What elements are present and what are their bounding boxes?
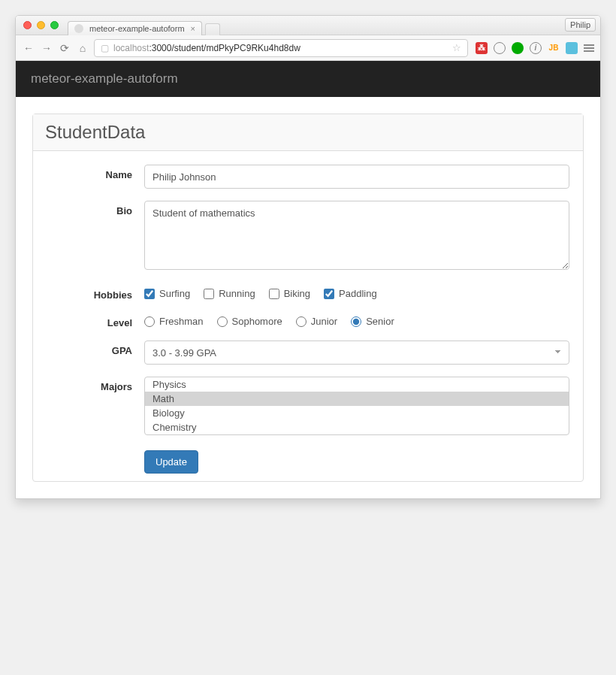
hobby-option[interactable]: Biking xyxy=(269,288,310,299)
maximize-window-icon[interactable] xyxy=(50,21,59,29)
tab-title: meteor-example-autoform xyxy=(89,24,185,33)
major-option[interactable]: Physics xyxy=(145,377,569,392)
app-navbar: meteor-example-autoform xyxy=(16,61,600,97)
menu-icon[interactable] xyxy=(584,43,594,53)
bio-label: Bio xyxy=(47,201,144,216)
hobby-option[interactable]: Surfing xyxy=(144,288,190,299)
hobbies-row: Hobbies SurfingRunningBikingPaddling xyxy=(47,285,569,301)
url-path: :3000/student/mdPkyPC9RKu4hd8dw xyxy=(149,43,300,53)
hobby-label: Paddling xyxy=(339,288,377,299)
navbar-brand[interactable]: meteor-example-autoform xyxy=(31,71,178,86)
level-option[interactable]: Senior xyxy=(351,316,394,327)
extension-icon[interactable] xyxy=(566,42,578,54)
level-radio[interactable] xyxy=(296,316,306,327)
home-button[interactable]: ⌂ xyxy=(76,42,89,54)
close-tab-icon[interactable]: × xyxy=(191,24,195,33)
hobbies-group: SurfingRunningBikingPaddling xyxy=(144,285,569,299)
extension-icon[interactable]: ⁂ xyxy=(476,42,488,54)
name-row: Name xyxy=(47,165,569,189)
gpa-row: GPA 3.0 - 3.99 GPA xyxy=(47,341,569,365)
hobby-checkbox[interactable] xyxy=(324,289,334,299)
window-controls xyxy=(16,21,59,29)
new-tab-button[interactable] xyxy=(205,23,220,35)
hobby-option[interactable]: Paddling xyxy=(324,288,377,299)
extension-icon[interactable]: JB xyxy=(548,42,560,54)
browser-tab[interactable]: meteor-example-autoform × xyxy=(68,21,202,35)
level-radio[interactable] xyxy=(144,316,155,327)
level-option[interactable]: Sophomore xyxy=(217,316,282,327)
level-group: FreshmanSophomoreJuniorSenior xyxy=(144,313,569,327)
extension-icon[interactable]: i xyxy=(530,42,542,54)
form-panel: StudentData Name Bio Student of mathemat… xyxy=(32,114,584,482)
profile-button[interactable]: Philip xyxy=(565,18,596,32)
majors-row: Majors PhysicsMathBiologyChemistry xyxy=(47,377,569,435)
hobbies-label: Hobbies xyxy=(47,285,144,301)
extension-icons: ⁂ i JB xyxy=(473,42,594,54)
level-label-text: Freshman xyxy=(159,316,204,327)
hobby-label: Biking xyxy=(284,288,310,299)
tab-strip: meteor-example-autoform × xyxy=(68,16,220,35)
extension-icon[interactable] xyxy=(494,42,506,54)
reload-button[interactable]: ⟳ xyxy=(58,42,71,54)
level-radio[interactable] xyxy=(351,316,361,327)
minimize-window-icon[interactable] xyxy=(37,21,45,29)
panel-title: StudentData xyxy=(33,114,583,151)
forward-button[interactable]: → xyxy=(40,42,53,54)
level-option[interactable]: Junior xyxy=(296,316,337,327)
bio-row: Bio Student of mathematics xyxy=(47,201,569,273)
level-option[interactable]: Freshman xyxy=(144,316,204,327)
bio-input[interactable]: Student of mathematics xyxy=(144,201,569,270)
close-window-icon[interactable] xyxy=(23,21,32,29)
page-icon: ▢ xyxy=(101,43,109,53)
name-label: Name xyxy=(47,165,144,180)
browser-toolbar: ← → ⟳ ⌂ ▢ localhost:3000/student/mdPkyPC… xyxy=(16,35,600,61)
window-titlebar: meteor-example-autoform × Philip xyxy=(16,16,600,35)
hobby-label: Running xyxy=(219,288,255,299)
bookmark-star-icon[interactable]: ☆ xyxy=(452,42,461,53)
gpa-select[interactable]: 3.0 - 3.99 GPA xyxy=(144,341,569,365)
tab-favicon xyxy=(74,24,83,33)
level-label: Level xyxy=(47,313,144,328)
browser-window: meteor-example-autoform × Philip ← → ⟳ ⌂… xyxy=(15,15,601,499)
major-option[interactable]: Math xyxy=(145,392,569,406)
level-label-text: Junior xyxy=(311,316,337,327)
major-option[interactable]: Biology xyxy=(145,406,569,420)
major-option[interactable]: Chemistry xyxy=(145,420,569,434)
hobby-label: Surfing xyxy=(159,288,190,299)
level-label-text: Senior xyxy=(366,316,394,327)
update-button[interactable]: Update xyxy=(144,450,198,474)
form-body: Name Bio Student of mathematics Hobbies … xyxy=(33,151,583,481)
name-input[interactable] xyxy=(144,165,569,189)
hobby-checkbox[interactable] xyxy=(204,289,214,299)
address-bar[interactable]: ▢ localhost:3000/student/mdPkyPC9RKu4hd8… xyxy=(94,39,468,57)
hobby-checkbox[interactable] xyxy=(144,289,155,299)
level-radio[interactable] xyxy=(217,316,228,327)
hobby-option[interactable]: Running xyxy=(204,288,255,299)
page-content: StudentData Name Bio Student of mathemat… xyxy=(16,97,600,498)
majors-select[interactable]: PhysicsMathBiologyChemistry xyxy=(144,377,569,435)
extension-icon[interactable] xyxy=(512,42,524,54)
back-button[interactable]: ← xyxy=(22,42,35,54)
url-host: localhost xyxy=(113,43,149,53)
level-label-text: Sophomore xyxy=(232,316,282,327)
gpa-label: GPA xyxy=(47,341,144,356)
majors-label: Majors xyxy=(47,377,144,392)
level-row: Level FreshmanSophomoreJuniorSenior xyxy=(47,313,569,328)
hobby-checkbox[interactable] xyxy=(269,289,279,299)
